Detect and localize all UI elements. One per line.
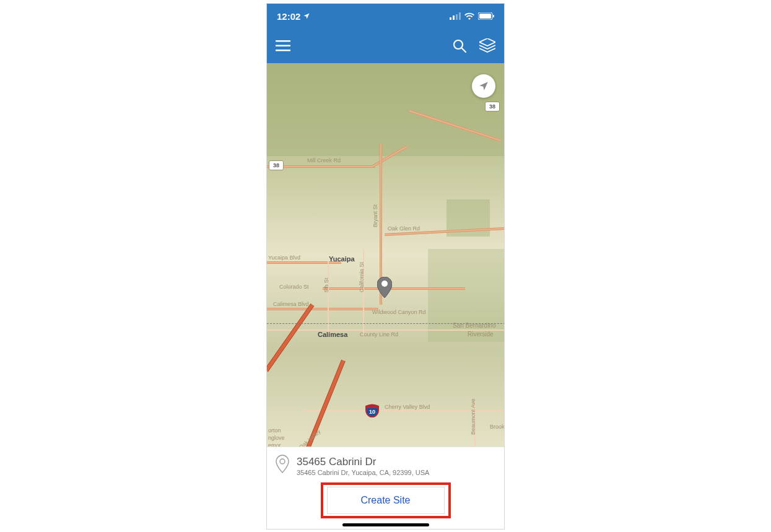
create-site-button[interactable]: Create Site [327,487,445,514]
menu-button[interactable] [276,40,290,51]
svg-rect-9 [276,50,290,51]
svg-rect-7 [276,40,290,42]
map-pin-icon[interactable] [377,277,392,298]
svg-rect-2 [456,14,458,20]
phone-frame: 12:02 [266,3,505,530]
svg-rect-1 [453,15,455,20]
svg-text:10: 10 [369,409,375,415]
route-shield-38b: 38 [485,102,500,111]
location-arrow-icon [478,81,489,92]
svg-rect-8 [276,45,290,47]
svg-rect-5 [479,14,491,19]
city-yucaipa: Yucaipa [329,255,355,263]
label-california: California St [359,262,365,292]
svg-point-16 [280,459,285,464]
nav-bar [267,28,504,63]
label-fifth: 5th St [323,277,329,292]
hamburger-icon [276,40,290,51]
location-card: 35465 Cabrini Dr 35465 Cabrini Dr, Yucai… [267,447,504,529]
location-services-icon [303,12,310,20]
svg-point-15 [381,281,388,287]
layers-icon [479,38,495,53]
svg-rect-0 [450,17,451,20]
label-orton: orton [268,427,281,434]
svg-marker-12 [479,38,495,46]
svg-line-11 [461,48,466,52]
label-county-line: County Line Rd [360,331,398,338]
status-left: 12:02 [277,11,310,22]
locate-me-button[interactable] [472,74,495,98]
pin-outline-icon [276,455,289,473]
label-calimesa-blvd: Calimesa Blvd [273,301,309,307]
label-mill-creek: Mill Creek Rd [307,157,341,164]
svg-rect-13 [367,406,378,408]
label-oak-glen: Oak Glen Rd [388,225,420,232]
map-canvas[interactable]: 38 38 10 Mill Creek Rd Oak Glen Rd Bryan… [267,63,504,447]
region-san-bernardino: San Bernardino [453,322,496,329]
label-brook: Brook [490,424,504,430]
city-calimesa: Calimesa [318,331,347,338]
label-cherry-valley: Cherry Valley Blvd [385,404,430,410]
label-bryant: Bryant St [372,204,378,227]
label-nglove: nglove [268,435,285,441]
layers-button[interactable] [479,38,495,53]
label-yucaipa-blvd: Yucaipa Blvd [268,255,300,261]
card-subtitle: 35465 Cabrini Dr, Yucaipa, CA, 92399, US… [297,468,429,477]
label-beaumont: Beaumont Ave [470,399,476,435]
route-shield-38a: 38 [269,160,284,170]
label-wildwood: Wildwood Canyon Rd [372,309,426,315]
svg-rect-6 [493,15,494,17]
interstate-shield: 10 [365,404,379,417]
search-button[interactable] [452,38,467,53]
label-colorado: Colorado St [279,284,309,290]
home-indicator[interactable] [342,523,429,526]
svg-rect-3 [459,12,461,20]
label-emor: emor [268,442,281,447]
region-riverside: Riverside [468,331,494,338]
status-bar: 12:02 [267,4,504,28]
wifi-icon [464,12,474,20]
cellular-icon [450,12,461,20]
card-title: 35465 Cabrini Dr [297,456,429,468]
search-icon [452,38,467,53]
status-time: 12:02 [277,11,300,22]
battery-icon [478,12,494,20]
status-right [450,12,494,20]
